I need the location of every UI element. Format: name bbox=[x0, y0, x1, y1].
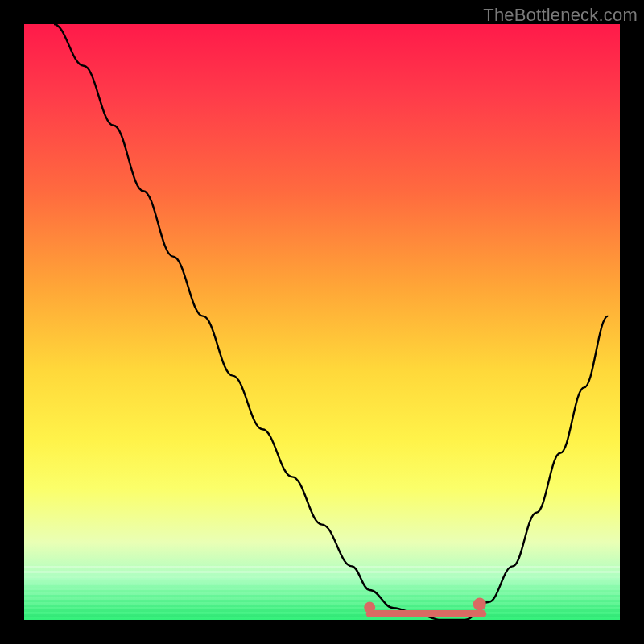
svg-point-2 bbox=[473, 598, 486, 611]
outer-frame: TheBottleneck.com bbox=[0, 0, 644, 644]
svg-point-1 bbox=[364, 602, 375, 613]
plot-area bbox=[24, 24, 620, 620]
attribution-text: TheBottleneck.com bbox=[483, 5, 638, 26]
chart-svg bbox=[24, 24, 620, 620]
bottleneck-curve bbox=[54, 24, 608, 620]
